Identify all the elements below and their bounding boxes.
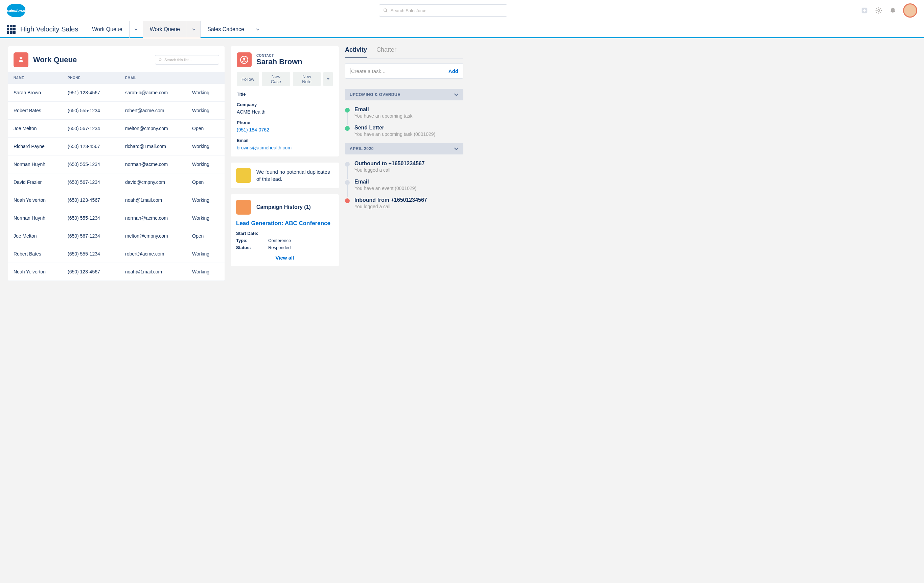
- cell-email: melton@cmpny.com: [125, 126, 192, 131]
- cell-phone: (650) 555-1234: [68, 108, 125, 113]
- app-title: High Velocity Sales: [20, 25, 78, 33]
- table-row[interactable]: Joe Melton(650) 567-1234melton@cmpny.com…: [8, 120, 224, 138]
- new-note-button[interactable]: New Note: [293, 72, 321, 86]
- table-row[interactable]: David Frazier(650) 567-1234david@cmpny.c…: [8, 173, 224, 191]
- table-row[interactable]: Norman Huynh(650) 555-1234norman@acme.co…: [8, 155, 224, 173]
- follow-button[interactable]: Follow: [237, 72, 259, 86]
- more-actions-button[interactable]: [323, 72, 333, 86]
- timeline-dot: [345, 126, 350, 131]
- cell-email: robert@acme.com: [125, 251, 192, 257]
- activity-panel: Activity Chatter Create a task... Add UP…: [345, 46, 464, 281]
- cell-phone: (650) 555-1234: [68, 161, 125, 167]
- cell-email: melton@cmpny.com: [125, 233, 192, 239]
- campaign-link[interactable]: Lead Generation: ABC Conference: [236, 220, 333, 227]
- campaign-title: Campaign History (1): [256, 204, 311, 210]
- nav-tab[interactable]: Sales Cadence: [200, 21, 251, 38]
- add-task-button[interactable]: Add: [449, 68, 458, 74]
- activity-title: Outbound to +16501234567: [355, 161, 464, 166]
- work-queue-icon: [13, 53, 28, 67]
- contact-icon: [237, 53, 252, 67]
- phone-label: Phone: [237, 120, 333, 125]
- activity-subtitle: You logged a call: [355, 167, 464, 173]
- salesforce-logo[interactable]: salesforce: [7, 4, 25, 17]
- work-queue-title: Work Queue: [33, 56, 77, 64]
- table-row[interactable]: Robert Bates(650) 555-1234robert@acme.co…: [8, 245, 224, 263]
- cell-name: Richard Payne: [13, 143, 68, 149]
- activity-title: Inbound from +16501234567: [355, 197, 464, 203]
- tab-activity[interactable]: Activity: [345, 46, 367, 58]
- phone-link[interactable]: (951) 184-0762: [237, 127, 333, 132]
- activity-title: Email: [355, 107, 464, 112]
- cell-email: noah@1mail.com: [125, 198, 192, 203]
- activity-title: Send Letter: [355, 125, 464, 131]
- cell-email: norman@acme.com: [125, 161, 192, 167]
- activity-item[interactable]: Outbound to +16501234567You logged a cal…: [345, 161, 464, 173]
- svg-point-3: [878, 10, 880, 12]
- table-row[interactable]: Sarah Brown(951) 123-4567sarah-b@acme.co…: [8, 84, 224, 102]
- nav-tab-dropdown[interactable]: [251, 21, 264, 38]
- gear-icon[interactable]: [874, 7, 883, 15]
- activity-item[interactable]: EmailYou have an upcoming task: [345, 107, 464, 119]
- table-header: NAME PHONE EMAIL: [8, 72, 224, 84]
- duplicates-card: We found no potential duplicates of this…: [231, 163, 339, 188]
- cell-name: Noah Yelverton: [13, 269, 68, 275]
- table-row[interactable]: Joe Melton(650) 567-1234melton@cmpny.com…: [8, 227, 224, 245]
- nav-tab-dropdown[interactable]: [129, 21, 143, 38]
- app-launcher-icon[interactable]: [7, 25, 16, 34]
- table-row[interactable]: Noah Yelverton(650) 123-4567noah@1mail.c…: [8, 263, 224, 281]
- create-task-input[interactable]: Create a task... Add: [345, 63, 464, 79]
- cell-name: Noah Yelverton: [13, 198, 68, 203]
- cell-phone: (650) 555-1234: [68, 215, 125, 221]
- cell-name: Robert Bates: [13, 108, 68, 113]
- timeline-dot: [345, 198, 350, 203]
- title-label: Title: [237, 92, 333, 97]
- activity-subtitle: You have an upcoming task: [355, 113, 464, 119]
- nav-tab[interactable]: Work Queue: [85, 21, 129, 38]
- nav-tab-dropdown[interactable]: [187, 21, 200, 38]
- bell-icon[interactable]: [889, 7, 897, 15]
- activity-subtitle: You have an event (0001029): [355, 186, 464, 191]
- cell-status: Working: [192, 198, 219, 203]
- svg-point-0: [384, 9, 386, 12]
- global-search-input[interactable]: Search Salesforce: [379, 4, 507, 16]
- chevron-down-icon: [327, 77, 330, 81]
- cell-status: Working: [192, 108, 219, 113]
- table-row[interactable]: Noah Yelverton(650) 123-4567noah@1mail.c…: [8, 191, 224, 209]
- chevron-down-icon: [256, 28, 259, 31]
- table-row[interactable]: Robert Bates(650) 555-1234robert@acme.co…: [8, 102, 224, 120]
- nav-tab[interactable]: Work Queue: [143, 21, 187, 38]
- new-case-button[interactable]: New Case: [262, 72, 290, 86]
- cell-phone: (650) 567-1234: [68, 126, 125, 131]
- cell-status: Working: [192, 215, 219, 221]
- list-search-input[interactable]: Search this list...: [155, 55, 219, 64]
- table-row[interactable]: Norman Huynh(650) 555-1234norman@acme.co…: [8, 209, 224, 227]
- duplicates-message: We found no potential duplicates of this…: [256, 168, 333, 183]
- user-avatar[interactable]: [903, 3, 917, 18]
- cell-email: richard@1mail.com: [125, 143, 192, 149]
- contact-detail-column: CONTACT Sarah Brown Follow New Case New …: [231, 46, 339, 281]
- svg-line-7: [161, 60, 162, 61]
- add-icon[interactable]: [860, 7, 868, 15]
- cell-status: Working: [192, 161, 219, 167]
- activity-item[interactable]: EmailYou have an event (0001029): [345, 179, 464, 191]
- email-label: Email: [237, 138, 333, 143]
- table-row[interactable]: Richard Payne(650) 123-4567richard@1mail…: [8, 138, 224, 155]
- cell-status: Working: [192, 269, 219, 275]
- app-navbar: High Velocity Sales Work QueueWork Queue…: [0, 21, 924, 38]
- cell-phone: (951) 123-4567: [68, 90, 125, 95]
- cell-name: Sarah Brown: [13, 90, 68, 95]
- activity-item[interactable]: Send LetterYou have an upcoming task (00…: [345, 125, 464, 137]
- cell-status: Working: [192, 251, 219, 257]
- cell-name: Norman Huynh: [13, 161, 68, 167]
- global-header: salesforce Search Salesforce: [0, 0, 924, 21]
- view-all-link[interactable]: View all: [236, 255, 333, 260]
- section-upcoming[interactable]: UPCOMING & OVERDUE: [345, 89, 464, 100]
- activity-item[interactable]: Inbound from +16501234567You logged a ca…: [345, 197, 464, 209]
- section-april[interactable]: APRIL 2020: [345, 143, 464, 155]
- col-email: EMAIL: [125, 76, 192, 80]
- company-value: ACME Health: [237, 109, 333, 115]
- tab-chatter[interactable]: Chatter: [376, 46, 396, 58]
- cell-phone: (650) 123-4567: [68, 269, 125, 275]
- col-phone: PHONE: [68, 76, 125, 80]
- email-link[interactable]: browns@acmehealth.com: [237, 145, 333, 150]
